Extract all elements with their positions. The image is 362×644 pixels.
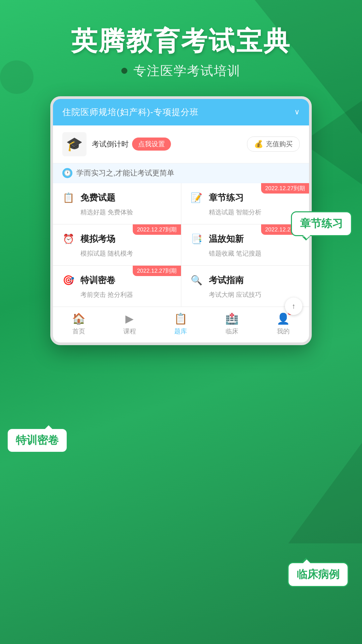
nav-label-course: 课程 (123, 327, 136, 336)
phone-mockup: 住院医师规培(妇产科)-专项提分班 ∨ 🎓 考试倒计时 点我设置 💰 充值购买 … (50, 96, 312, 345)
card-secret-exam[interactable]: 2022.12.27到期 🎯 特训密卷 考前突击 抢分利器 (53, 266, 181, 307)
card-icon-free-questions: 📋 (61, 191, 76, 205)
clock-icon: 🕐 (62, 168, 72, 178)
callout-secret-text: 特训密卷 (16, 434, 59, 446)
sub-title: 专注医学考试培训 (133, 62, 241, 79)
card-title-free-questions: 免费试题 (80, 192, 115, 204)
cards-grid: 📋 免费试题 精选好题 免费体验2022.12.27到期 📝 章节练习 精选试题… (53, 183, 309, 307)
nav-icon-questions: 📋 (174, 312, 187, 325)
card-chapter-practice[interactable]: 2022.12.27到期 📝 章节练习 精选试题 智能分析 (181, 183, 309, 224)
nav-item-mine[interactable]: 👤 我的 (277, 312, 290, 336)
callout-clinical-text: 临床病例 (297, 568, 340, 580)
card-icon-exam-guide: 🔍 (189, 273, 204, 288)
nav-label-clinical: 临床 (226, 327, 238, 336)
nav-label-questions: 题库 (174, 327, 187, 336)
expiry-badge-chapter-practice: 2022.12.27到期 (261, 183, 309, 194)
card-desc-review: 错题收藏 笔记搜题 (189, 249, 301, 258)
nav-item-home[interactable]: 🏠 首页 (72, 312, 85, 336)
card-desc-free-questions: 精选好题 免费体验 (61, 208, 173, 217)
nav-label-mine: 我的 (277, 327, 290, 336)
card-icon-chapter-practice: 📝 (189, 191, 204, 205)
card-title-exam-guide: 考试指南 (209, 274, 244, 286)
motto-text: 学而实习之,才能让考试更简单 (76, 168, 174, 178)
card-desc-exam-guide: 考试大纲 应试技巧 (189, 290, 301, 299)
set-button[interactable]: 点我设置 (132, 138, 171, 151)
card-review[interactable]: 2022.12.27到期 📑 温故知新 错题收藏 笔记搜题 (181, 224, 309, 265)
callout-chapter: 章节练习 (291, 211, 352, 236)
countdown-label: 考试倒计时 (92, 139, 129, 149)
phone-screen: 住院医师规培(妇产科)-专项提分班 ∨ 🎓 考试倒计时 点我设置 💰 充值购买 … (50, 96, 312, 345)
card-free-questions[interactable]: 📋 免费试题 精选好题 免费体验 (53, 183, 181, 224)
motto-bar: 🕐 学而实习之,才能让考试更简单 (53, 163, 309, 183)
callout-clinical: 临床病例 (288, 562, 349, 587)
bg-decoration-bottom-right (288, 443, 362, 543)
card-title-secret-exam: 特训密卷 (80, 274, 115, 286)
card-icon-mock-exam: ⏰ (61, 232, 76, 247)
card-title-chapter-practice: 章节练习 (209, 192, 244, 204)
main-title: 英腾教育考试宝典 (20, 27, 342, 56)
bottom-nav: 🏠 首页 ▶ 课程 📋 题库 🏥 临床 👤 我的 (53, 307, 309, 342)
card-icon-row-exam-guide: 🔍 考试指南 (189, 273, 301, 288)
card-title-mock-exam: 模拟考场 (80, 233, 115, 245)
card-desc-secret-exam: 考前突击 抢分利器 (61, 290, 173, 299)
user-left: 🎓 考试倒计时 点我设置 (62, 132, 171, 156)
card-mock-exam[interactable]: 2022.12.27到期 ⏰ 模拟考场 模拟试题 随机模考 (53, 224, 181, 265)
header-section: 英腾教育考试宝典 专注医学考试培训 (0, 0, 362, 90)
user-section: 🎓 考试倒计时 点我设置 💰 充值购买 (53, 125, 309, 163)
nav-label-home: 首页 (72, 327, 85, 336)
card-icon-secret-exam: 🎯 (61, 273, 76, 288)
nav-icon-clinical: 🏥 (225, 312, 239, 325)
exam-countdown: 考试倒计时 点我设置 (92, 138, 171, 151)
app-header: 住院医师规培(妇产科)-专项提分班 ∨ (53, 99, 309, 125)
expiry-badge-secret-exam: 2022.12.27到期 (133, 266, 181, 276)
card-title-review: 温故知新 (209, 233, 244, 245)
coin-icon: 💰 (254, 140, 263, 149)
nav-icon-mine: 👤 (277, 312, 290, 325)
course-title: 住院医师规培(妇产科)-专项提分班 (62, 106, 199, 118)
dropdown-arrow-icon[interactable]: ∨ (294, 108, 300, 116)
dot-indicator (121, 68, 127, 74)
nav-icon-course: ▶ (125, 312, 134, 325)
card-icon-review: 📑 (189, 232, 204, 247)
nav-item-clinical[interactable]: 🏥 临床 (225, 312, 239, 336)
recharge-label: 充值购买 (266, 140, 293, 149)
expiry-badge-mock-exam: 2022.12.27到期 (133, 224, 181, 235)
scroll-fab[interactable]: ↑ (285, 298, 302, 315)
recharge-button[interactable]: 💰 充值购买 (247, 137, 300, 152)
card-desc-mock-exam: 模拟试题 随机模考 (61, 249, 173, 258)
callout-chapter-text: 章节练习 (300, 217, 343, 229)
card-desc-chapter-practice: 精选试题 智能分析 (189, 208, 301, 217)
nav-icon-home: 🏠 (72, 312, 85, 325)
card-icon-row-free-questions: 📋 免费试题 (61, 191, 173, 205)
nav-item-course[interactable]: ▶ 课程 (123, 312, 136, 336)
avatar: 🎓 (62, 132, 86, 156)
nav-item-questions[interactable]: 📋 题库 (174, 312, 187, 336)
callout-secret: 特训密卷 (7, 428, 68, 453)
